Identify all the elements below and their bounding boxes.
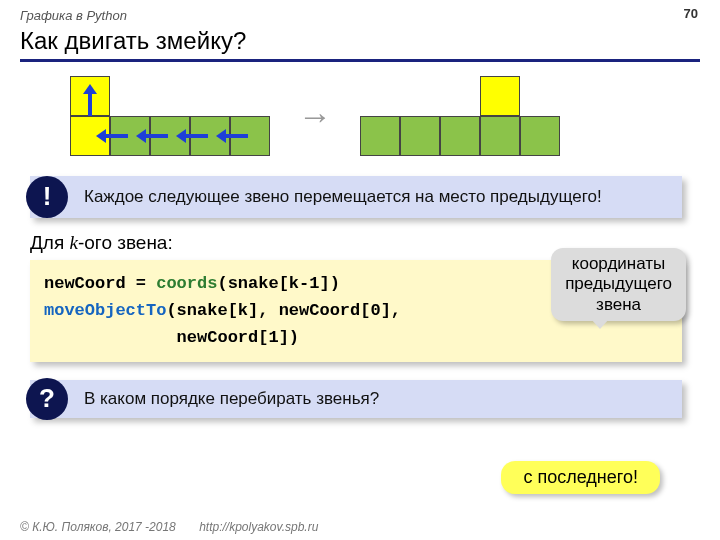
arrow-left-icon [136,129,168,143]
svg-marker-1 [83,84,97,94]
footer-copyright: © К.Ю. Поляков, 2017 -2018 [20,520,176,534]
exclaim-icon: ! [26,176,68,218]
title-rule [20,59,700,62]
svg-marker-5 [136,129,146,143]
footer-url: http://kpolyakov.spb.ru [199,520,318,534]
svg-marker-3 [96,129,106,143]
snake-before [70,76,270,156]
arrow-left-icon [216,129,248,143]
question-icon: ? [26,378,68,420]
page-title: Как двигать змейку? [20,27,700,55]
footer: © К.Ю. Поляков, 2017 -2018 http://kpolya… [20,520,318,534]
callout-question-text: В каком порядке перебирать звенья? [84,389,379,408]
snake-diagram: → [70,76,700,156]
note-bubble: координаты предыдущего звена [551,248,686,321]
page-number: 70 [684,6,698,21]
header-topic: Графика в Python [20,8,700,23]
transform-arrow-icon: → [298,97,332,136]
answer-chip: с последнего! [501,461,660,494]
callout-rule-text: Каждое следующее звено перемещается на м… [84,187,602,206]
svg-marker-7 [176,129,186,143]
arrow-up-icon [83,84,97,116]
snake-after [360,76,560,156]
callout-rule: ! Каждое следующее звено перемещается на… [30,176,682,218]
callout-question: ? В каком порядке перебирать звенья? [30,380,682,418]
svg-marker-9 [216,129,226,143]
arrow-left-icon [176,129,208,143]
arrow-left-icon [96,129,128,143]
